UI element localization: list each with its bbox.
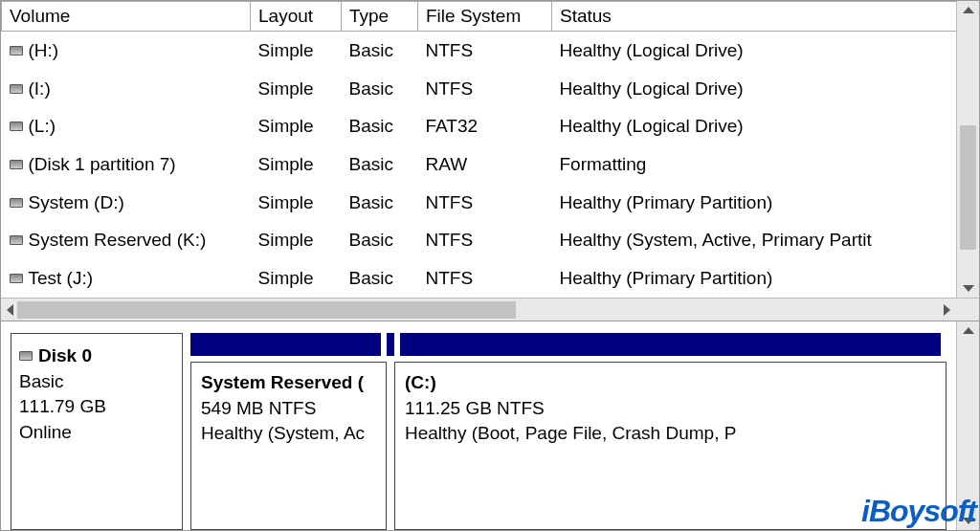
scroll-right-icon[interactable] bbox=[944, 304, 950, 316]
cell-type: Basic bbox=[342, 145, 418, 184]
scroll-down-icon[interactable] bbox=[963, 518, 974, 524]
partition-name: System Reserved ( bbox=[201, 370, 376, 396]
scroll-up-icon[interactable] bbox=[963, 327, 974, 334]
disk-layout-pane: Disk 0 Basic 111.79 GB Online System Res… bbox=[1, 321, 979, 530]
cell-layout: Simple bbox=[251, 259, 342, 298]
disk-icon bbox=[19, 351, 33, 361]
scroll-thumb-h[interactable] bbox=[17, 301, 516, 319]
partition-bar-segment bbox=[190, 333, 387, 356]
table-row[interactable]: System (D:) Simple Basic NTFS Healthy (P… bbox=[2, 184, 957, 222]
table-header-row: Volume Layout Type File System Status bbox=[2, 2, 957, 32]
disk-type: Basic bbox=[19, 369, 174, 395]
drive-icon bbox=[10, 46, 23, 55]
cell-status: Healthy (Primary Partition) bbox=[552, 259, 957, 298]
partition-status: Healthy (System, Ac bbox=[201, 421, 376, 447]
volume-name: Test (J:) bbox=[29, 268, 94, 289]
vertical-scrollbar[interactable] bbox=[956, 1, 979, 298]
cell-fs: RAW bbox=[418, 145, 552, 184]
table-row[interactable]: System Reserved (K:) Simple Basic NTFS H… bbox=[2, 222, 957, 260]
volume-list-pane: Volume Layout Type File System Status (H… bbox=[1, 1, 979, 321]
vertical-scrollbar[interactable] bbox=[956, 321, 979, 530]
volume-name: (H:) bbox=[29, 40, 59, 61]
volume-name: System (D:) bbox=[29, 192, 124, 213]
cell-layout: Simple bbox=[251, 222, 342, 260]
cell-layout: Simple bbox=[251, 145, 342, 184]
table-row[interactable]: Test (J:) Simple Basic NTFS Healthy (Pri… bbox=[2, 259, 957, 298]
partition-status: Healthy (Boot, Page File, Crash Dump, P bbox=[405, 421, 936, 447]
cell-type: Basic bbox=[342, 259, 418, 298]
volume-name: (Disk 1 partition 7) bbox=[29, 154, 176, 175]
scroll-down-icon[interactable] bbox=[963, 285, 974, 292]
disk-size: 111.79 GB bbox=[19, 394, 174, 420]
cell-layout: Simple bbox=[251, 184, 342, 222]
horizontal-scrollbar[interactable] bbox=[1, 298, 979, 321]
cell-fs: FAT32 bbox=[418, 108, 552, 146]
col-layout[interactable]: Layout bbox=[251, 2, 342, 32]
partition-size: 111.25 GB NTFS bbox=[405, 396, 936, 422]
cell-status: Healthy (System, Active, Primary Partit bbox=[552, 222, 957, 260]
table-row[interactable]: (Disk 1 partition 7) Simple Basic RAW Fo… bbox=[2, 145, 957, 184]
partition-size: 549 MB NTFS bbox=[201, 396, 376, 422]
cell-type: Basic bbox=[342, 222, 418, 260]
table-row[interactable]: (L:) Simple Basic FAT32 Healthy (Logical… bbox=[2, 108, 957, 146]
col-volume[interactable]: Volume bbox=[2, 2, 251, 32]
disk-state: Online bbox=[19, 420, 174, 446]
drive-icon bbox=[10, 122, 23, 131]
volume-name: (L:) bbox=[29, 116, 56, 137]
partition-name: (C:) bbox=[405, 370, 936, 396]
cell-fs: NTFS bbox=[418, 184, 552, 222]
volume-name: (I:) bbox=[29, 78, 51, 100]
col-status[interactable]: Status bbox=[552, 2, 957, 32]
disk-name: Disk 0 bbox=[38, 343, 92, 369]
volume-name: System Reserved (K:) bbox=[29, 230, 207, 251]
cell-type: Basic bbox=[342, 184, 418, 222]
partition-box[interactable]: (C:) 111.25 GB NTFS Healthy (Boot, Page … bbox=[394, 362, 947, 530]
cell-layout: Simple bbox=[251, 32, 342, 70]
drive-icon bbox=[10, 198, 23, 208]
table-row[interactable]: (H:) Simple Basic NTFS Healthy (Logical … bbox=[2, 32, 957, 70]
volume-table[interactable]: Volume Layout Type File System Status (H… bbox=[1, 1, 956, 298]
partition-box[interactable]: System Reserved ( 549 MB NTFS Healthy (S… bbox=[190, 362, 387, 530]
disk-partition-track: System Reserved ( 549 MB NTFS Healthy (S… bbox=[190, 333, 947, 530]
drive-icon bbox=[10, 160, 23, 169]
cell-layout: Simple bbox=[251, 70, 342, 108]
scroll-left-icon[interactable] bbox=[7, 304, 13, 316]
cell-type: Basic bbox=[342, 32, 418, 70]
disk-info-box[interactable]: Disk 0 Basic 111.79 GB Online bbox=[11, 333, 183, 530]
drive-icon bbox=[10, 274, 23, 283]
drive-icon bbox=[10, 84, 23, 94]
scroll-up-icon[interactable] bbox=[963, 7, 974, 13]
cell-status: Healthy (Logical Drive) bbox=[552, 70, 957, 108]
cell-type: Basic bbox=[342, 70, 418, 108]
cell-type: Basic bbox=[342, 108, 418, 146]
drive-icon bbox=[10, 235, 23, 245]
cell-status: Healthy (Logical Drive) bbox=[552, 108, 957, 146]
cell-status: Healthy (Primary Partition) bbox=[552, 184, 957, 222]
cell-fs: NTFS bbox=[418, 32, 552, 70]
scroll-thumb[interactable] bbox=[960, 125, 976, 250]
scroll-track[interactable] bbox=[17, 301, 940, 319]
cell-fs: NTFS bbox=[418, 259, 552, 298]
table-row[interactable]: (I:) Simple Basic NTFS Healthy (Logical … bbox=[2, 70, 957, 108]
cell-fs: NTFS bbox=[418, 70, 552, 108]
cell-status: Healthy (Logical Drive) bbox=[552, 32, 957, 70]
partition-bar-segment bbox=[394, 333, 947, 356]
col-fs[interactable]: File System bbox=[418, 2, 552, 32]
cell-fs: NTFS bbox=[418, 222, 552, 260]
col-type[interactable]: Type bbox=[342, 2, 418, 32]
disk-management-window: Volume Layout Type File System Status (H… bbox=[0, 0, 980, 531]
cell-status: Formatting bbox=[552, 145, 957, 184]
cell-layout: Simple bbox=[251, 108, 342, 146]
